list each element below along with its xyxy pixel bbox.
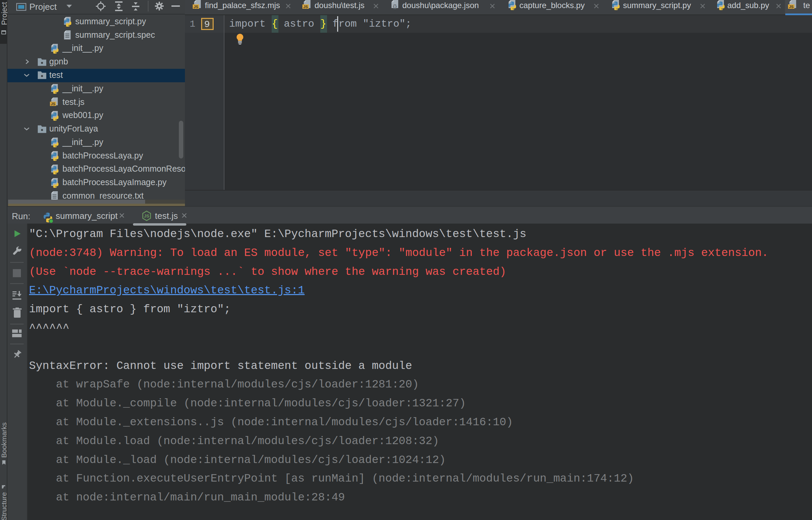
svg-text:JS: JS <box>51 102 55 106</box>
svg-text:JS: JS <box>303 5 308 9</box>
svg-text:{}: {} <box>393 3 397 9</box>
svg-text:JS: JS <box>144 213 149 218</box>
svg-text:JS: JS <box>193 5 198 9</box>
svg-text:JS: JS <box>789 5 793 9</box>
